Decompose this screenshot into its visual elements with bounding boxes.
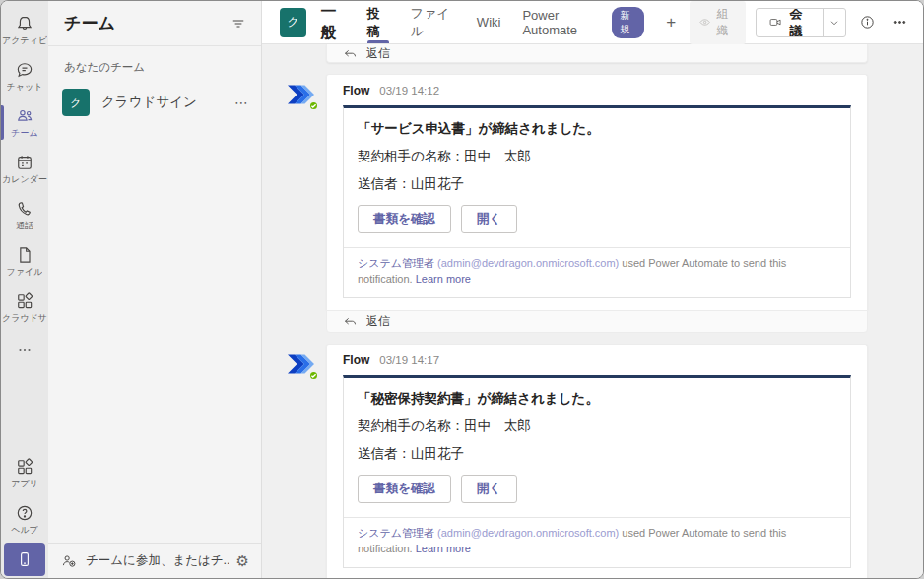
mobile-device-icon: [16, 550, 33, 568]
meet-now-dropdown[interactable]: [823, 9, 844, 36]
rail-item-label: ファイル: [7, 266, 43, 279]
open-button[interactable]: 開く: [461, 475, 517, 503]
org-button[interactable]: 組織: [690, 1, 746, 44]
rail-more-button[interactable]: [16, 331, 33, 372]
channel-tabs: 投稿 ファイル Wiki Power Automate 新規 +: [367, 1, 677, 43]
channel-main: ク 一般 投稿 ファイル Wiki Power Automate 新規 + 組織: [262, 1, 923, 578]
learn-more-link[interactable]: Learn more: [416, 273, 471, 285]
rail-item-calls[interactable]: 通話: [1, 192, 48, 238]
bell-icon: [15, 14, 34, 33]
new-tab-badge: 新規: [612, 7, 644, 38]
channel-more-button[interactable]: [889, 10, 911, 35]
teams-window: アクティビ... チャット チーム カレンダー 通話 ファイル クラウドサ...: [0, 0, 924, 579]
card-sender-line: 送信者：山田花子: [358, 445, 836, 463]
card-footer-email: (admin@devdragon.onmicrosoft.com): [437, 527, 619, 539]
reply-bar-previous[interactable]: 返信: [326, 44, 868, 63]
meet-now-main[interactable]: 会議: [757, 9, 823, 36]
rail-item-teams[interactable]: チーム: [1, 99, 48, 146]
card-footer-email: (admin@devdragon.onmicrosoft.com): [437, 257, 619, 269]
add-tab-button[interactable]: +: [666, 13, 676, 32]
power-automate-avatar: [288, 85, 315, 106]
tab-power-automate[interactable]: Power Automate: [522, 1, 602, 43]
post-header: Flow 03/19 14:17: [343, 354, 851, 367]
join-create-team-button[interactable]: チームに参加、またはチ... ⚙: [48, 543, 261, 578]
video-camera-icon: [768, 14, 782, 31]
people-icon: [15, 106, 34, 126]
rail-item-activity[interactable]: アクティビ...: [1, 7, 48, 53]
post-item: Flow 03/19 14:17 「秘密保持契約書」が締結されました。 契約相手…: [326, 344, 868, 578]
post-timestamp: 03/19 14:12: [379, 85, 439, 96]
teams-sidebar: チーム あなたのチーム ク クラウドサイン ⋯ チームに参加、またはチ... ⚙: [48, 1, 262, 578]
rail-item-apps[interactable]: アプリ: [1, 450, 48, 496]
header-actions: 組織 会議: [690, 1, 911, 44]
adaptive-card: 「サービス申込書」が締結されました。 契約相手の名称：田中 太郎 送信者：山田花…: [343, 105, 851, 298]
more-horizontal-icon: [16, 341, 33, 358]
rail-item-files[interactable]: ファイル: [1, 238, 48, 285]
card-actions: 書類を確認 開く: [358, 475, 836, 503]
more-horizontal-icon: [891, 14, 908, 31]
post-header: Flow 03/19 14:12: [343, 84, 851, 97]
filter-button[interactable]: [230, 15, 247, 32]
app-grid-icon: [15, 291, 34, 311]
card-title: 「秘密保持契約書」が締結されました。: [358, 390, 836, 408]
open-button[interactable]: 開く: [461, 205, 517, 233]
rail-item-help[interactable]: ヘルプ: [1, 496, 48, 543]
info-icon: [859, 14, 876, 31]
sidebar-title: チーム: [64, 12, 115, 34]
rail-item-label: クラウドサ...: [2, 312, 47, 325]
tab-posts[interactable]: 投稿: [367, 1, 389, 43]
reply-arrow-icon: [343, 314, 358, 329]
filter-icon: [230, 15, 247, 32]
post-timestamp: 03/19 14:17: [379, 354, 439, 366]
phone-icon: [15, 199, 34, 219]
org-label: 組織: [716, 6, 737, 39]
reply-arrow-icon: [343, 46, 358, 61]
post-feed[interactable]: 返信 Flow 03/19 14:12: [262, 44, 923, 578]
card-actions: 書類を確認 開く: [358, 205, 836, 233]
meet-now-button[interactable]: 会議: [756, 8, 845, 37]
reply-label: 返信: [366, 45, 390, 62]
app-grid-icon: [15, 457, 34, 477]
adaptive-card: 「秘密保持契約書」が締結されました。 契約相手の名称：田中 太郎 送信者：山田花…: [343, 375, 851, 568]
card-footer-admin: システム管理者: [358, 257, 434, 269]
join-create-team-label: チームに参加、またはチ...: [86, 552, 229, 569]
post-item: Flow 03/19 14:12 「サービス申込書」が締結されました。 契約相手…: [326, 74, 868, 333]
presence-available-icon: [308, 100, 319, 111]
chevron-down-icon: [828, 17, 840, 29]
person-add-icon: [60, 552, 78, 570]
tab-files[interactable]: ファイル: [411, 1, 455, 43]
rail-item-chat[interactable]: チャット: [1, 53, 48, 99]
channel-team-avatar: ク: [280, 8, 306, 37]
rail-item-label: アプリ: [11, 478, 38, 490]
rail-item-calendar[interactable]: カレンダー: [1, 146, 48, 192]
reply-bar[interactable]: 返信: [326, 310, 868, 333]
card-title: 「サービス申込書」が締結されました。: [358, 120, 836, 138]
team-list-item-cloudsign[interactable]: ク クラウドサイン ⋯: [48, 83, 261, 122]
channel-info-button[interactable]: [856, 10, 879, 35]
rail-item-label: チャット: [7, 81, 43, 94]
confirm-documents-button[interactable]: 書類を確認: [358, 205, 451, 233]
post-card: Flow 03/19 14:17 「秘密保持契約書」が締結されました。 契約相手…: [326, 344, 868, 578]
team-more-icon[interactable]: ⋯: [234, 95, 249, 110]
power-automate-avatar: [288, 354, 315, 376]
card-divider: [344, 247, 850, 248]
card-footer-admin: システム管理者: [358, 527, 434, 539]
post-card: Flow 03/19 14:12 「サービス申込書」が締結されました。 契約相手…: [326, 74, 868, 310]
channel-name: 一般: [320, 2, 349, 43]
app-rail: アクティビ... チャット チーム カレンダー 通話 ファイル クラウドサ...: [1, 1, 48, 578]
rail-item-cloudsign-app[interactable]: クラウドサ...: [1, 285, 48, 331]
your-teams-section-label: あなたのチーム: [48, 46, 261, 83]
post-author: Flow: [343, 354, 369, 367]
card-party-line: 契約相手の名称：田中 太郎: [358, 148, 836, 165]
rail-item-label: チーム: [11, 127, 37, 140]
reply-label: 返信: [366, 313, 390, 330]
gear-icon[interactable]: ⚙: [236, 552, 249, 570]
meet-now-label: 会議: [790, 8, 812, 37]
card-sender-line: 送信者：山田花子: [358, 175, 836, 193]
learn-more-link[interactable]: Learn more: [416, 543, 471, 554]
chat-icon: [15, 60, 34, 80]
tab-wiki[interactable]: Wiki: [477, 1, 501, 43]
post-author: Flow: [343, 84, 369, 97]
get-mobile-app-button[interactable]: [4, 543, 45, 576]
confirm-documents-button[interactable]: 書類を確認: [358, 475, 451, 503]
